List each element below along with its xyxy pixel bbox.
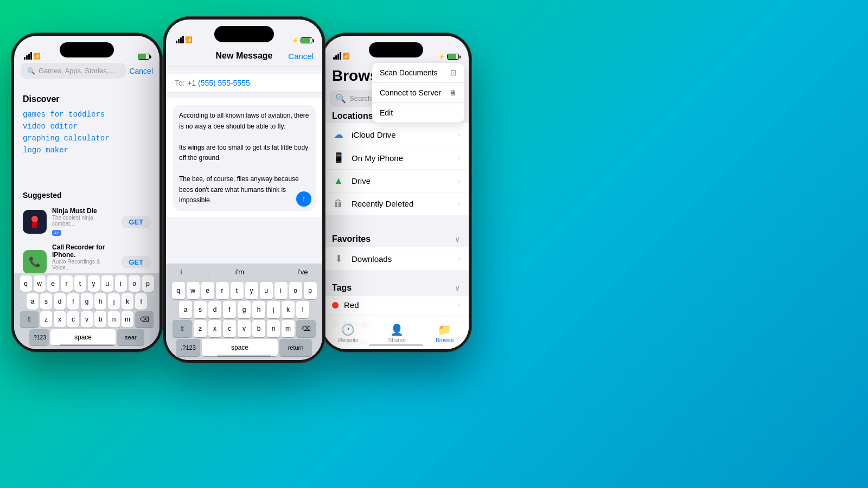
- ck-b[interactable]: b: [252, 320, 265, 337]
- tab-recents[interactable]: 🕐 Recents: [339, 323, 359, 343]
- get-btn-call[interactable]: GET: [121, 256, 151, 268]
- key-p[interactable]: p: [142, 275, 154, 292]
- key-i[interactable]: i: [115, 275, 127, 292]
- ck-w[interactable]: w: [187, 282, 200, 299]
- cancel-btn-left[interactable]: Cancel: [129, 67, 153, 75]
- battery-center: [301, 37, 312, 43]
- key-l[interactable]: l: [135, 293, 147, 310]
- sugg-im[interactable]: i'm: [235, 268, 244, 278]
- ck-z[interactable]: z: [194, 320, 207, 337]
- key-b[interactable]: b: [94, 311, 106, 328]
- key-j[interactable]: j: [108, 293, 120, 310]
- context-edit[interactable]: Edit: [372, 103, 464, 123]
- key-r[interactable]: r: [61, 275, 73, 292]
- key-f[interactable]: f: [67, 293, 79, 310]
- ck-n[interactable]: n: [267, 320, 280, 337]
- key-e[interactable]: e: [47, 275, 59, 292]
- app-item-ninja[interactable]: Ninja Must Die The coolest ninja combat.…: [23, 204, 151, 240]
- ck-h[interactable]: h: [252, 301, 265, 318]
- ck-r[interactable]: r: [216, 282, 229, 299]
- sugg-ive[interactable]: i've: [297, 268, 308, 278]
- ck-y[interactable]: y: [245, 282, 258, 299]
- dynamic-island-left: [60, 42, 114, 57]
- location-deleted[interactable]: 🗑 Recently Deleted ›: [323, 192, 469, 215]
- discover-item-3[interactable]: logo maker: [23, 144, 151, 156]
- key-d[interactable]: d: [54, 293, 66, 310]
- search-bar-left[interactable]: 🔍 Games, Apps, Stories,...: [21, 63, 126, 79]
- ck-v[interactable]: v: [238, 320, 251, 337]
- discover-item-0[interactable]: games for toddlers: [23, 108, 151, 120]
- location-icloud[interactable]: ☁ iCloud Drive ›: [323, 123, 469, 146]
- messages-cancel[interactable]: Cancel: [288, 52, 314, 61]
- key-n[interactable]: n: [108, 311, 120, 328]
- ck-o[interactable]: o: [289, 282, 302, 299]
- ck-j[interactable]: j: [267, 301, 280, 318]
- ck-d[interactable]: d: [208, 301, 221, 318]
- app-badge-ninja: 4+: [52, 230, 61, 236]
- get-btn-ninja[interactable]: GET: [121, 216, 151, 228]
- sugg-i[interactable]: i: [181, 268, 182, 278]
- send-button[interactable]: ↑: [296, 191, 311, 207]
- ck-t[interactable]: t: [231, 282, 244, 299]
- ck-e[interactable]: e: [201, 282, 214, 299]
- space-center[interactable]: space: [202, 339, 278, 356]
- search-icon-left: 🔍: [27, 67, 35, 75]
- delete-center[interactable]: ⌫: [296, 320, 316, 337]
- key-w[interactable]: w: [34, 275, 46, 292]
- search-key-left[interactable]: sear: [117, 329, 144, 345]
- tags-chevron[interactable]: ∨: [455, 284, 460, 292]
- context-connect-server[interactable]: Connect to Server 🖥: [372, 83, 464, 103]
- key-y[interactable]: y: [88, 275, 100, 292]
- shift-key-left[interactable]: ⇧: [20, 311, 39, 328]
- num-key-center[interactable]: .?123: [176, 339, 200, 356]
- favorites-chevron[interactable]: ∨: [455, 235, 460, 243]
- num-key-left[interactable]: .?123: [29, 329, 49, 345]
- location-iphone[interactable]: 📱 On My iPhone ›: [323, 146, 469, 170]
- tab-browse[interactable]: 📁 Browse: [436, 323, 454, 343]
- key-x[interactable]: x: [54, 311, 66, 328]
- key-o[interactable]: o: [129, 275, 141, 292]
- ck-a[interactable]: a: [179, 301, 192, 318]
- context-scan-documents[interactable]: Scan Documents ⊡: [372, 63, 464, 83]
- to-field[interactable]: To: +1 (555) 555-5555: [166, 74, 322, 93]
- key-s[interactable]: s: [40, 293, 52, 310]
- delete-key-left[interactable]: ⌫: [135, 311, 154, 328]
- ck-s[interactable]: s: [194, 301, 207, 318]
- ck-c[interactable]: c: [223, 320, 236, 337]
- discover-item-1[interactable]: video editor: [23, 120, 151, 132]
- ck-f[interactable]: f: [223, 301, 236, 318]
- ck-q[interactable]: q: [172, 282, 185, 299]
- tab-shared[interactable]: 👤 Shared: [388, 323, 406, 343]
- key-g[interactable]: g: [81, 293, 93, 310]
- tag-red[interactable]: Red ›: [323, 296, 469, 314]
- ck-u[interactable]: u: [260, 282, 273, 299]
- downloads-item[interactable]: ⬇ Downloads ›: [323, 247, 469, 270]
- ck-m[interactable]: m: [282, 320, 295, 337]
- ck-p[interactable]: p: [304, 282, 317, 299]
- signal-center: 📶: [176, 36, 193, 43]
- key-q[interactable]: q: [20, 275, 32, 292]
- key-k[interactable]: k: [122, 293, 133, 310]
- ck-l[interactable]: l: [296, 301, 309, 318]
- app-desc-ninja: The coolest ninja combat...: [52, 215, 116, 227]
- key-c[interactable]: c: [67, 311, 79, 328]
- key-u[interactable]: u: [101, 275, 113, 292]
- key-z[interactable]: z: [40, 311, 52, 328]
- ck-g[interactable]: g: [238, 301, 251, 318]
- key-h[interactable]: h: [94, 293, 106, 310]
- key-a[interactable]: a: [27, 293, 39, 310]
- key-m[interactable]: m: [122, 311, 133, 328]
- ck-i[interactable]: i: [275, 282, 288, 299]
- ck-k[interactable]: k: [282, 301, 295, 318]
- key-t[interactable]: t: [74, 275, 86, 292]
- location-drive[interactable]: ▲ Drive ›: [323, 170, 469, 192]
- message-area[interactable]: According to all known laws of aviation,…: [166, 98, 322, 217]
- key-v[interactable]: v: [81, 311, 93, 328]
- shift-center[interactable]: ⇧: [173, 320, 192, 337]
- return-key[interactable]: return: [279, 339, 312, 356]
- space-key-left[interactable]: space: [50, 329, 116, 345]
- downloads-label: Downloads: [352, 254, 451, 264]
- ck-x[interactable]: x: [208, 320, 221, 337]
- discover-item-2[interactable]: graphing calculator: [23, 132, 151, 144]
- kbd-row-bot: ⇧ z x c v b n m ⌫: [15, 311, 158, 328]
